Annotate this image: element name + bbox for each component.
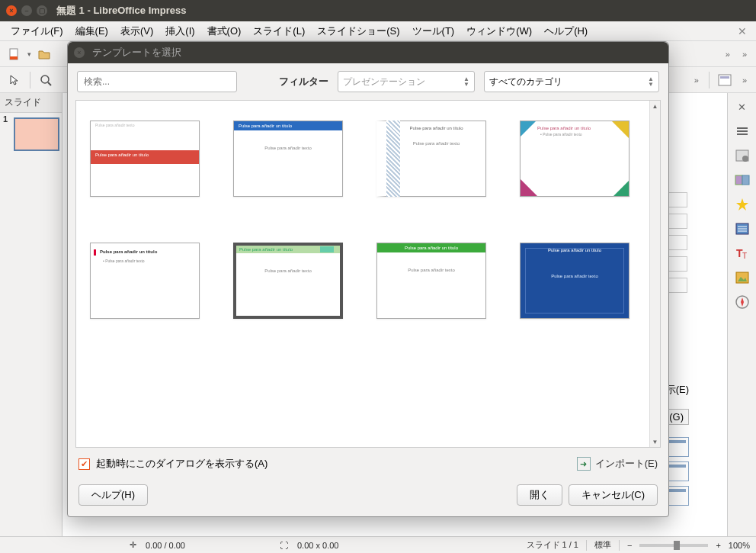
open-button[interactable] xyxy=(34,44,54,64)
template-dialog: × テンプレートを選択 フィルター プレゼンテーション ▲▼ すべてのカテゴリ … xyxy=(67,41,669,517)
import-label: インポート(E) xyxy=(595,457,658,471)
document-close-icon[interactable]: ✕ xyxy=(733,25,751,37)
filter-type-select[interactable]: プレゼンテーション ▲▼ xyxy=(338,71,475,92)
animation-icon[interactable] xyxy=(733,195,751,214)
slide-thumbnail-1[interactable] xyxy=(14,117,59,151)
slide-panel-title: スライド xyxy=(0,93,62,113)
slide-transition-icon[interactable] xyxy=(733,171,751,189)
filter-type-value: プレゼンテーション xyxy=(343,76,425,88)
sidebar-close-icon[interactable]: ✕ xyxy=(733,98,751,116)
master-slides-icon[interactable] xyxy=(733,220,751,238)
template-title: Pulse para añadir un título xyxy=(234,121,342,130)
menu-help[interactable]: ヘルプ(H) xyxy=(538,21,594,41)
svg-rect-11 xyxy=(735,175,742,185)
template-thumbnail[interactable]: Pulse para añadir un título Pulse para a… xyxy=(520,243,629,319)
zoom-slider[interactable] xyxy=(639,544,708,547)
svg-marker-23 xyxy=(741,297,744,307)
sidebar-tabs: ✕ TT xyxy=(727,93,756,536)
svg-text:T: T xyxy=(742,252,747,260)
status-position: 0.00 / 0.00 xyxy=(146,541,185,550)
toolbar-overflow-3[interactable]: » xyxy=(690,76,703,85)
menu-edit[interactable]: 編集(E) xyxy=(69,21,114,41)
properties-icon[interactable] xyxy=(733,146,751,165)
window-maximize-button[interactable]: ▢ xyxy=(37,5,47,16)
prop-row[interactable] xyxy=(666,214,687,229)
template-body: Pulse para añadir texto xyxy=(543,132,581,137)
menu-view[interactable]: 表示(V) xyxy=(114,21,159,41)
menu-slide[interactable]: スライド(L) xyxy=(247,21,311,41)
menubar: ファイル(F) 編集(E) 表示(V) 挿入(I) 書式(O) スライド(L) … xyxy=(0,21,756,41)
filter-category-select[interactable]: すべてのカテゴリ ▲▼ xyxy=(484,71,659,92)
zoom-in-icon[interactable]: + xyxy=(716,541,720,550)
svg-marker-13 xyxy=(736,198,748,211)
slide-layout-button[interactable] xyxy=(715,70,735,90)
svg-rect-1 xyxy=(10,56,18,59)
menu-tools[interactable]: ツール(T) xyxy=(406,21,461,41)
show-on-startup-checkbox[interactable]: ✔ xyxy=(78,458,90,470)
gallery-icon[interactable] xyxy=(733,268,751,287)
template-title: Pulse para añadir un título xyxy=(387,121,485,130)
cancel-button[interactable]: キャンセル(C) xyxy=(569,484,658,506)
navigator-icon[interactable] xyxy=(733,293,751,311)
template-thumbnail[interactable]: Pulse para añadir un título Pulse para a… xyxy=(376,121,486,197)
prop-row[interactable] xyxy=(666,235,687,250)
search-input[interactable] xyxy=(77,71,237,92)
svg-point-2 xyxy=(41,76,49,83)
filter-category-value: すべてのカテゴリ xyxy=(489,76,562,88)
template-thumbnail[interactable]: Pulse para añadir un título Pulse para a… xyxy=(376,243,486,319)
prop-row[interactable] xyxy=(666,256,687,272)
svg-point-10 xyxy=(742,156,748,162)
template-thumbnail[interactable]: Pulse para añadir un título Pulse para a… xyxy=(90,121,200,197)
template-title: Pulse para añadir un título xyxy=(377,243,485,252)
svg-rect-5 xyxy=(720,76,729,79)
template-title: Pulse para añadir un título xyxy=(239,247,293,252)
import-button[interactable]: ➜ インポート(E) xyxy=(577,457,658,471)
menu-file[interactable]: ファイル(F) xyxy=(5,21,69,41)
crosshair-icon: ✛ xyxy=(130,540,136,550)
titlebar: × – ▢ 無題 1 - LibreOffice Impress xyxy=(0,0,756,21)
svg-line-3 xyxy=(48,82,51,85)
prop-row[interactable] xyxy=(666,278,687,293)
scroll-down-icon[interactable]: ▼ xyxy=(650,436,660,447)
toolbar-overflow-2[interactable]: » xyxy=(738,50,751,59)
chevron-updown-icon: ▲▼ xyxy=(648,76,654,87)
toolbar-overflow-1[interactable]: » xyxy=(721,50,735,59)
help-button[interactable]: ヘルプ(H) xyxy=(78,484,148,506)
scroll-up-icon[interactable]: ▲ xyxy=(650,101,660,111)
template-thumbnail[interactable]: Pulse para añadir un título Pulse para a… xyxy=(233,243,343,319)
styles-icon[interactable]: TT xyxy=(733,244,751,262)
template-thumbnail[interactable]: Pulse para añadir un título Pulse para a… xyxy=(233,121,343,197)
template-body: Pulse para añadir texto xyxy=(377,252,485,272)
slide-number: 1 xyxy=(3,114,8,124)
template-body: Pulse para añadir texto xyxy=(91,121,199,129)
chevron-updown-icon: ▲▼ xyxy=(463,76,469,87)
statusbar: ✛ 0.00 / 0.00 ⛶ 0.00 x 0.00 スライド 1 / 1 標… xyxy=(0,536,756,553)
dialog-close-button[interactable]: × xyxy=(74,47,85,58)
open-button[interactable]: 開く xyxy=(517,484,562,506)
menu-window[interactable]: ウィンドウ(W) xyxy=(460,21,538,41)
window-minimize-button[interactable]: – xyxy=(21,5,32,16)
svg-rect-12 xyxy=(742,175,749,185)
zoom-tool[interactable] xyxy=(36,70,56,90)
template-thumbnail[interactable]: Pulse para añadir un título • Pulse para… xyxy=(90,243,200,319)
prop-row[interactable] xyxy=(666,192,687,207)
template-body: Pulse para añadir texto xyxy=(234,130,342,150)
template-scrollbar[interactable]: ▲ ▼ xyxy=(649,101,660,447)
window-close-button[interactable]: × xyxy=(6,5,17,16)
template-body: Pulse para añadir texto xyxy=(105,259,144,263)
window-title: 無題 1 - LibreOffice Impress xyxy=(56,4,187,18)
sidebar-menu-icon[interactable] xyxy=(733,122,751,140)
filter-label: フィルター xyxy=(279,75,328,88)
status-zoom[interactable]: 100% xyxy=(729,541,750,550)
status-master[interactable]: 標準 xyxy=(594,539,611,551)
menu-insert[interactable]: 挿入(I) xyxy=(159,21,200,41)
zoom-out-icon[interactable]: − xyxy=(627,541,632,550)
selection-tool[interactable] xyxy=(5,70,24,90)
new-doc-button[interactable] xyxy=(5,44,24,64)
show-on-startup-label[interactable]: 起動時にこのダイアログを表示する(A) xyxy=(96,457,267,471)
menu-slideshow[interactable]: スライドショー(S) xyxy=(311,21,405,41)
template-thumbnail[interactable]: Pulse para añadir un título • Pulse para… xyxy=(520,121,629,197)
menu-format[interactable]: 書式(O) xyxy=(201,21,248,41)
toolbar-overflow-4[interactable]: » xyxy=(738,76,751,85)
template-body: Pulse para añadir texto xyxy=(387,130,485,146)
